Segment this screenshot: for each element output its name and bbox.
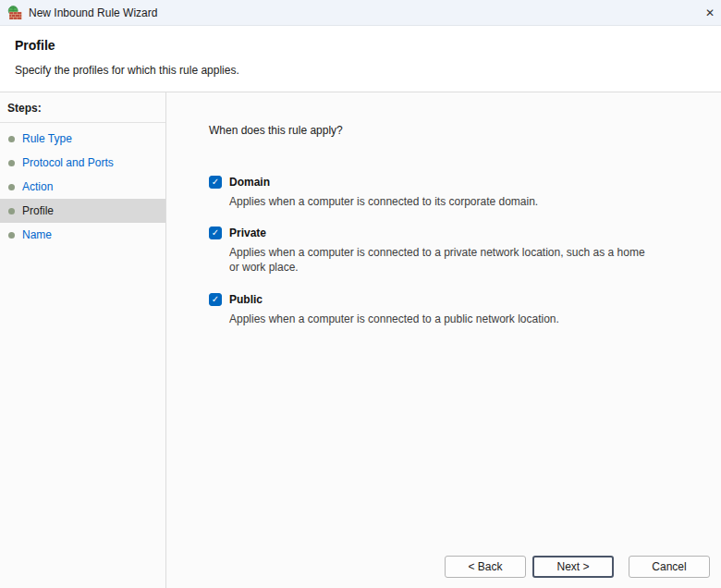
private-checkbox[interactable]: ✓: [209, 227, 222, 239]
steps-sidebar: Steps: Rule Type Protocol and Ports Acti…: [0, 92, 166, 588]
window-title: New Inbound Rule Wizard: [29, 6, 157, 19]
public-description: Applies when a computer is connected to …: [229, 312, 647, 326]
step-bullet-icon: [8, 208, 15, 214]
back-button[interactable]: < Back: [445, 556, 526, 578]
step-bullet-icon: [8, 160, 15, 166]
public-checkbox[interactable]: ✓: [209, 293, 222, 306]
step-label: Action: [22, 180, 53, 193]
steps-list: Rule Type Protocol and Ports Action Prof…: [0, 127, 165, 247]
profile-step-content: When does this rule apply? ✓ Domain Appl…: [166, 92, 721, 588]
sidebar-item-rule-type[interactable]: Rule Type: [0, 127, 165, 151]
step-label: Name: [22, 228, 52, 241]
page-title: Profile: [15, 38, 706, 53]
step-label: Protocol and Ports: [22, 156, 114, 169]
private-option: ✓ Private Applies when a computer is con…: [209, 227, 721, 275]
sidebar-item-action[interactable]: Action: [0, 175, 165, 199]
sidebar-item-profile[interactable]: Profile: [0, 199, 165, 223]
steps-heading: Steps:: [0, 100, 165, 123]
domain-description: Applies when a computer is connected to …: [229, 194, 647, 209]
close-button[interactable]: ✕: [699, 0, 721, 26]
question-text: When does this rule apply?: [209, 124, 721, 137]
step-bullet-icon: [8, 184, 15, 190]
step-label: Rule Type: [22, 132, 72, 145]
page-subtitle: Specify the profiles for which this rule…: [15, 64, 706, 77]
wizard-window: New Inbound Rule Wizard ✕ Profile Specif…: [0, 0, 721, 588]
domain-option: ✓ Domain Applies when a computer is conn…: [209, 176, 721, 209]
sidebar-item-protocol-and-ports[interactable]: Protocol and Ports: [0, 151, 165, 175]
cancel-button[interactable]: Cancel: [629, 556, 710, 578]
public-label[interactable]: Public: [229, 293, 263, 306]
private-description: Applies when a computer is connected to …: [229, 245, 647, 275]
step-bullet-icon: [8, 136, 15, 142]
sidebar-item-name[interactable]: Name: [0, 223, 165, 247]
public-option: ✓ Public Applies when a computer is conn…: [209, 293, 721, 326]
step-bullet-icon: [8, 232, 15, 239]
domain-label[interactable]: Domain: [229, 176, 270, 189]
firewall-icon: [7, 6, 22, 20]
domain-checkbox[interactable]: ✓: [209, 176, 222, 189]
title-bar: New Inbound Rule Wizard ✕: [0, 0, 721, 26]
step-label: Profile: [22, 204, 54, 217]
wizard-footer: < Back Next > Cancel: [445, 556, 710, 578]
wizard-body: Steps: Rule Type Protocol and Ports Acti…: [0, 92, 721, 588]
page-header: Profile Specify the profiles for which t…: [0, 26, 721, 92]
next-button[interactable]: Next >: [532, 556, 614, 578]
private-label[interactable]: Private: [229, 227, 266, 239]
